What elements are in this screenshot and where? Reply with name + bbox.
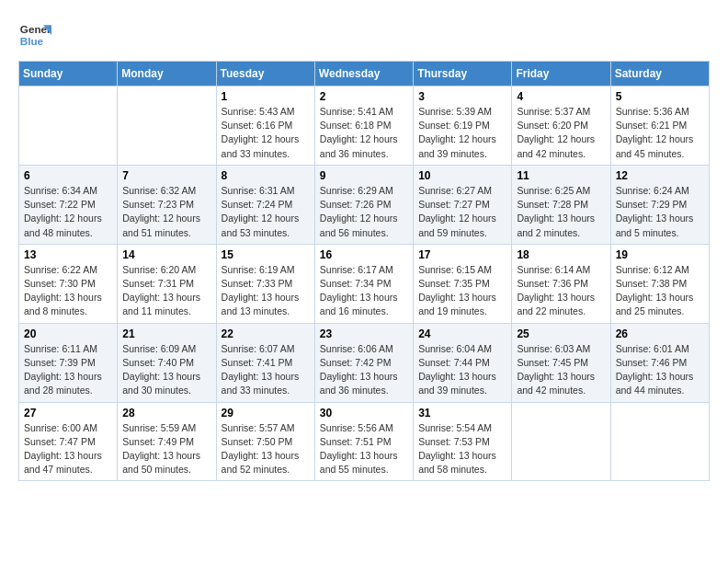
calendar-cell: 14Sunrise: 6:20 AM Sunset: 7:31 PM Dayli… <box>118 244 216 323</box>
day-info: Sunrise: 6:01 AM Sunset: 7:46 PM Dayligh… <box>616 342 704 398</box>
calendar-cell: 9Sunrise: 6:29 AM Sunset: 7:26 PM Daylig… <box>314 165 413 244</box>
day-info: Sunrise: 6:19 AM Sunset: 7:33 PM Dayligh… <box>222 263 310 319</box>
day-info: Sunrise: 6:34 AM Sunset: 7:22 PM Dayligh… <box>24 184 112 240</box>
calendar-table: SundayMondayTuesdayWednesdayThursdayFrid… <box>18 61 710 481</box>
calendar-cell: 17Sunrise: 6:15 AM Sunset: 7:35 PM Dayli… <box>414 244 512 323</box>
day-info: Sunrise: 5:36 AM Sunset: 6:21 PM Dayligh… <box>616 105 704 161</box>
day-number: 24 <box>418 327 506 340</box>
day-number: 16 <box>320 248 408 261</box>
weekday-header: Saturday <box>610 62 709 86</box>
day-number: 7 <box>122 169 210 182</box>
day-number: 27 <box>24 407 112 419</box>
day-number: 20 <box>24 327 112 340</box>
calendar-cell: 5Sunrise: 5:36 AM Sunset: 6:21 PM Daylig… <box>610 86 709 166</box>
day-info: Sunrise: 6:15 AM Sunset: 7:35 PM Dayligh… <box>418 263 506 319</box>
day-info: Sunrise: 6:22 AM Sunset: 7:30 PM Dayligh… <box>24 263 112 319</box>
svg-text:Blue: Blue <box>20 35 44 47</box>
day-number: 23 <box>320 327 408 340</box>
day-info: Sunrise: 6:06 AM Sunset: 7:42 PM Dayligh… <box>320 342 408 398</box>
logo: General Blue <box>18 18 51 52</box>
day-info: Sunrise: 6:07 AM Sunset: 7:41 PM Dayligh… <box>222 342 310 398</box>
calendar-cell: 15Sunrise: 6:19 AM Sunset: 7:33 PM Dayli… <box>216 244 314 323</box>
day-number: 13 <box>24 248 112 261</box>
calendar-cell: 26Sunrise: 6:01 AM Sunset: 7:46 PM Dayli… <box>610 323 709 402</box>
day-number: 3 <box>418 90 506 103</box>
page-header: General Blue <box>18 18 710 52</box>
day-number: 17 <box>418 248 506 261</box>
day-number: 1 <box>222 90 310 103</box>
calendar-cell: 6Sunrise: 6:34 AM Sunset: 7:22 PM Daylig… <box>19 165 118 244</box>
day-info: Sunrise: 6:32 AM Sunset: 7:23 PM Dayligh… <box>122 184 210 240</box>
calendar-cell: 3Sunrise: 5:39 AM Sunset: 6:19 PM Daylig… <box>414 86 512 166</box>
day-info: Sunrise: 5:57 AM Sunset: 7:50 PM Dayligh… <box>222 421 310 477</box>
calendar-week-row: 13Sunrise: 6:22 AM Sunset: 7:30 PM Dayli… <box>19 244 710 323</box>
day-number: 14 <box>122 248 210 261</box>
day-number: 15 <box>222 248 310 261</box>
calendar-cell: 16Sunrise: 6:17 AM Sunset: 7:34 PM Dayli… <box>314 244 413 323</box>
calendar-cell <box>19 86 118 166</box>
calendar-cell: 29Sunrise: 5:57 AM Sunset: 7:50 PM Dayli… <box>216 402 314 481</box>
day-number: 21 <box>122 327 210 340</box>
day-info: Sunrise: 5:56 AM Sunset: 7:51 PM Dayligh… <box>320 421 408 477</box>
calendar-cell: 24Sunrise: 6:04 AM Sunset: 7:44 PM Dayli… <box>414 323 512 402</box>
day-info: Sunrise: 6:31 AM Sunset: 7:24 PM Dayligh… <box>222 184 310 240</box>
day-number: 19 <box>616 248 704 261</box>
day-number: 29 <box>222 407 310 419</box>
day-info: Sunrise: 6:17 AM Sunset: 7:34 PM Dayligh… <box>320 263 408 319</box>
day-info: Sunrise: 6:09 AM Sunset: 7:40 PM Dayligh… <box>122 342 210 398</box>
day-info: Sunrise: 6:27 AM Sunset: 7:27 PM Dayligh… <box>418 184 506 240</box>
calendar-cell: 28Sunrise: 5:59 AM Sunset: 7:49 PM Dayli… <box>118 402 216 481</box>
day-info: Sunrise: 6:12 AM Sunset: 7:38 PM Dayligh… <box>616 263 704 319</box>
calendar-week-row: 27Sunrise: 6:00 AM Sunset: 7:47 PM Dayli… <box>19 402 710 481</box>
calendar-cell: 18Sunrise: 6:14 AM Sunset: 7:36 PM Dayli… <box>512 244 610 323</box>
day-info: Sunrise: 6:11 AM Sunset: 7:39 PM Dayligh… <box>24 342 112 398</box>
day-info: Sunrise: 5:59 AM Sunset: 7:49 PM Dayligh… <box>122 421 210 477</box>
calendar-cell: 8Sunrise: 6:31 AM Sunset: 7:24 PM Daylig… <box>216 165 314 244</box>
calendar-cell: 30Sunrise: 5:56 AM Sunset: 7:51 PM Dayli… <box>314 402 413 481</box>
day-number: 9 <box>320 169 408 182</box>
weekday-header-row: SundayMondayTuesdayWednesdayThursdayFrid… <box>19 62 710 86</box>
day-number: 25 <box>517 327 605 340</box>
calendar-cell: 27Sunrise: 6:00 AM Sunset: 7:47 PM Dayli… <box>19 402 118 481</box>
calendar-cell: 23Sunrise: 6:06 AM Sunset: 7:42 PM Dayli… <box>314 323 413 402</box>
calendar-cell: 11Sunrise: 6:25 AM Sunset: 7:28 PM Dayli… <box>512 165 610 244</box>
weekday-header: Friday <box>512 62 610 86</box>
day-info: Sunrise: 6:24 AM Sunset: 7:29 PM Dayligh… <box>616 184 704 240</box>
day-number: 12 <box>616 169 704 182</box>
day-info: Sunrise: 5:54 AM Sunset: 7:53 PM Dayligh… <box>418 421 506 477</box>
calendar-cell: 2Sunrise: 5:41 AM Sunset: 6:18 PM Daylig… <box>314 86 413 166</box>
day-number: 30 <box>320 407 408 419</box>
day-info: Sunrise: 5:41 AM Sunset: 6:18 PM Dayligh… <box>320 105 408 161</box>
weekday-header: Sunday <box>19 62 118 86</box>
calendar-cell: 21Sunrise: 6:09 AM Sunset: 7:40 PM Dayli… <box>118 323 216 402</box>
calendar-cell: 7Sunrise: 6:32 AM Sunset: 7:23 PM Daylig… <box>118 165 216 244</box>
day-number: 26 <box>616 327 704 340</box>
weekday-header: Wednesday <box>314 62 413 86</box>
calendar-cell <box>118 86 216 166</box>
calendar-cell: 4Sunrise: 5:37 AM Sunset: 6:20 PM Daylig… <box>512 86 610 166</box>
day-info: Sunrise: 6:00 AM Sunset: 7:47 PM Dayligh… <box>24 421 112 477</box>
calendar-week-row: 6Sunrise: 6:34 AM Sunset: 7:22 PM Daylig… <box>19 165 710 244</box>
day-number: 8 <box>222 169 310 182</box>
day-number: 10 <box>418 169 506 182</box>
day-number: 18 <box>517 248 605 261</box>
day-number: 4 <box>517 90 605 103</box>
calendar-cell <box>512 402 610 481</box>
day-info: Sunrise: 5:43 AM Sunset: 6:16 PM Dayligh… <box>222 105 310 161</box>
day-number: 22 <box>222 327 310 340</box>
day-info: Sunrise: 6:03 AM Sunset: 7:45 PM Dayligh… <box>517 342 605 398</box>
calendar-week-row: 1Sunrise: 5:43 AM Sunset: 6:16 PM Daylig… <box>19 86 710 166</box>
day-number: 28 <box>122 407 210 419</box>
day-info: Sunrise: 6:14 AM Sunset: 7:36 PM Dayligh… <box>517 263 605 319</box>
weekday-header: Tuesday <box>216 62 314 86</box>
calendar-cell: 20Sunrise: 6:11 AM Sunset: 7:39 PM Dayli… <box>19 323 118 402</box>
day-info: Sunrise: 6:04 AM Sunset: 7:44 PM Dayligh… <box>418 342 506 398</box>
weekday-header: Thursday <box>414 62 512 86</box>
calendar-cell: 13Sunrise: 6:22 AM Sunset: 7:30 PM Dayli… <box>19 244 118 323</box>
day-info: Sunrise: 6:20 AM Sunset: 7:31 PM Dayligh… <box>122 263 210 319</box>
logo-icon: General Blue <box>18 18 51 52</box>
day-number: 2 <box>320 90 408 103</box>
calendar-cell: 10Sunrise: 6:27 AM Sunset: 7:27 PM Dayli… <box>414 165 512 244</box>
day-info: Sunrise: 5:37 AM Sunset: 6:20 PM Dayligh… <box>517 105 605 161</box>
calendar-cell: 22Sunrise: 6:07 AM Sunset: 7:41 PM Dayli… <box>216 323 314 402</box>
